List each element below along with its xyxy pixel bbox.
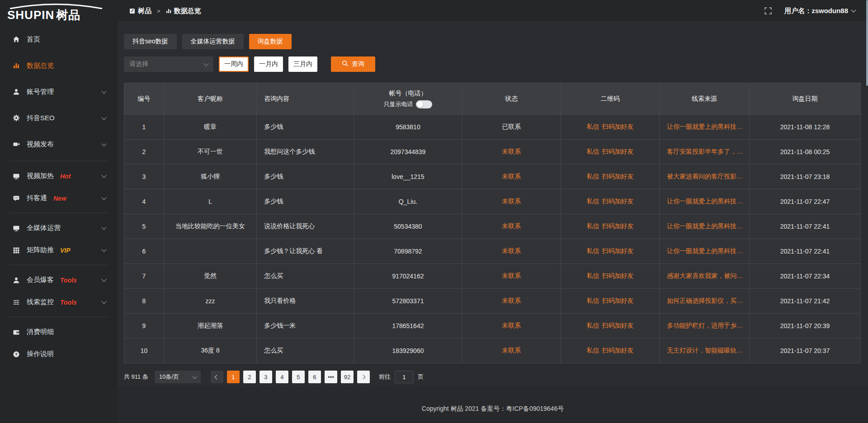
cell-source[interactable]: 客厅安装投影半年多了，真实... bbox=[660, 140, 750, 164]
sidebar-item-label: 首页 bbox=[27, 35, 40, 44]
scan-add-friend-link[interactable]: 扫码加好友 bbox=[602, 173, 634, 180]
chevron-down-icon bbox=[101, 141, 106, 146]
scrollbar-thumb[interactable] bbox=[866, 0, 868, 86]
cell-id: 10 bbox=[124, 338, 164, 363]
scan-add-friend-link[interactable]: 扫码加好友 bbox=[602, 297, 634, 304]
private-message-link[interactable]: 私信 bbox=[587, 148, 599, 155]
cell-status: 未联系 bbox=[462, 214, 561, 239]
sidebar-item-lead-monitoring[interactable]: 线索监控 Tools bbox=[0, 291, 118, 313]
breadcrumb-root[interactable]: 树品 bbox=[138, 7, 151, 15]
page-button-1[interactable]: 1 bbox=[227, 371, 240, 383]
sidebar-item-spending-details[interactable]: 消费明细 bbox=[0, 321, 118, 343]
cell-date: 2021-11-07 20:39 bbox=[749, 314, 860, 338]
cell-nickname: 当地比较能吃的一位美女 bbox=[164, 214, 256, 239]
username-text: 用户名：zswodun88 bbox=[784, 7, 848, 15]
tab-inquiry-data[interactable]: 询盘数据 bbox=[249, 34, 292, 49]
page-button-2[interactable]: 2 bbox=[243, 371, 256, 383]
scrollbar[interactable] bbox=[866, 0, 868, 423]
table-row: 1 暖章 多少钱 9583810 已联系 私信扫码加好友 让你一眼就爱上的黑科技… bbox=[124, 115, 861, 140]
private-message-link[interactable]: 私信 bbox=[587, 222, 599, 230]
col-id: 编号 bbox=[124, 83, 164, 115]
private-message-link[interactable]: 私信 bbox=[587, 247, 599, 254]
chevron-down-icon bbox=[101, 299, 106, 304]
cell-source[interactable]: 无主灯设计，智能磁吸轨道灯... bbox=[660, 338, 750, 363]
page-button-6[interactable]: 6 bbox=[308, 371, 321, 383]
page-button-5[interactable]: 5 bbox=[292, 371, 305, 383]
app: SHUPIN树品 首页 数据总览 账号管理 抖音SEO bbox=[0, 0, 868, 423]
cell-qrcode: 私信扫码加好友 bbox=[561, 264, 659, 289]
cell-status: 未联系 bbox=[462, 289, 561, 314]
page-size-select[interactable]: 10条/页 bbox=[155, 371, 201, 383]
topbar: 树品 > 数据总览 用户名：zswodun88 bbox=[118, 0, 868, 22]
cell-source[interactable]: 多功能护栏灯，适用于乡村文... bbox=[660, 314, 750, 338]
table-row: 2 不可一世 我想问这个多少钱 2097344839 未联系 私信扫码加好友 客… bbox=[124, 140, 861, 164]
scan-add-friend-link[interactable]: 扫码加好友 bbox=[602, 322, 634, 329]
range-one-week-button[interactable]: 一周内 bbox=[219, 56, 249, 72]
private-message-link[interactable]: 私信 bbox=[587, 272, 599, 279]
page-button-92[interactable]: 92 bbox=[341, 371, 354, 383]
tab-douyin-seo-data[interactable]: 抖音seo数据 bbox=[124, 34, 177, 49]
range-one-month-button[interactable]: 一月内 bbox=[254, 56, 283, 72]
pagination: 共 911 条 10条/页 1 2 3 4 5 6 ••• 92 前往 页 bbox=[124, 371, 861, 383]
private-message-link[interactable]: 私信 bbox=[587, 347, 599, 354]
sidebar-item-video-publish[interactable]: 视频发布 bbox=[0, 131, 118, 157]
cell-status: 未联系 bbox=[462, 164, 561, 189]
tab-omnimedia-data[interactable]: 全媒体运营数据 bbox=[182, 34, 244, 49]
sidebar-item-member-baoke[interactable]: 会员爆客 Tools bbox=[0, 269, 118, 291]
scan-add-friend-link[interactable]: 扫码加好友 bbox=[602, 123, 634, 130]
page-button-3[interactable]: 3 bbox=[259, 371, 272, 383]
sidebar-item-label: 矩阵助推 bbox=[27, 246, 54, 254]
account-select[interactable]: 请选择 bbox=[124, 56, 213, 72]
cell-source[interactable]: 感谢大家喜欢我家，被问了好... bbox=[660, 264, 750, 289]
private-message-link[interactable]: 私信 bbox=[587, 297, 599, 304]
fullscreen-icon[interactable] bbox=[764, 7, 772, 14]
sidebar-item-matrix-boost[interactable]: 矩阵助推 VIP bbox=[0, 239, 118, 261]
scan-add-friend-link[interactable]: 扫码加好友 bbox=[602, 197, 634, 205]
sidebar-item-account-management[interactable]: 账号管理 bbox=[0, 79, 118, 105]
sidebar-item-instructions[interactable]: ? 操作说明 bbox=[0, 343, 118, 365]
cell-id: 2 bbox=[124, 140, 164, 164]
private-message-link[interactable]: 私信 bbox=[587, 173, 599, 180]
private-message-link[interactable]: 私信 bbox=[587, 197, 599, 205]
col-content: 咨询内容 bbox=[257, 83, 354, 115]
range-three-months-button[interactable]: 三月内 bbox=[288, 56, 317, 72]
cell-source[interactable]: 被大家追着问的客厅投影分享... bbox=[660, 164, 750, 189]
scan-add-friend-link[interactable]: 扫码加好友 bbox=[602, 247, 634, 254]
sidebar-item-douyin-seo[interactable]: 抖音SEO bbox=[0, 105, 118, 131]
sidebar-item-douketong[interactable]: 抖客通 New bbox=[0, 187, 118, 209]
phone-only-toggle[interactable] bbox=[416, 100, 432, 108]
search-button[interactable]: 查询 bbox=[331, 56, 375, 72]
table-row: 5 当地比较能吃的一位美女 说说价格让我死心 50534380 未联系 私信扫码… bbox=[124, 214, 861, 239]
cell-nickname bbox=[164, 239, 256, 264]
prev-page-button[interactable] bbox=[211, 371, 223, 383]
scan-add-friend-link[interactable]: 扫码加好友 bbox=[602, 222, 634, 230]
cell-source[interactable]: 让你一眼就爱上的黑科技，能... bbox=[660, 115, 750, 140]
sidebar-item-home[interactable]: 首页 bbox=[0, 26, 118, 52]
scan-add-friend-link[interactable]: 扫码加好友 bbox=[602, 148, 634, 155]
next-page-button[interactable] bbox=[357, 371, 370, 383]
page-button-4[interactable]: 4 bbox=[276, 371, 288, 383]
sidebar-item-data-overview[interactable]: 数据总览 bbox=[0, 52, 118, 79]
cell-qrcode: 私信扫码加好友 bbox=[561, 314, 659, 338]
cell-status: 未联系 bbox=[462, 189, 561, 214]
private-message-link[interactable]: 私信 bbox=[587, 123, 599, 130]
cell-content: 怎么买 bbox=[257, 264, 354, 289]
cell-source[interactable]: 让你一眼就爱上的黑科技，能... bbox=[660, 189, 750, 214]
cell-source[interactable]: 如何正确选择投影仪，买投影... bbox=[660, 289, 750, 314]
search-icon bbox=[342, 60, 349, 68]
question-icon: ? bbox=[13, 351, 20, 358]
private-message-link[interactable]: 私信 bbox=[587, 322, 599, 329]
scan-add-friend-link[interactable]: 扫码加好友 bbox=[602, 272, 634, 279]
sidebar-item-label: 视频发布 bbox=[27, 140, 54, 149]
user-menu[interactable]: 用户名：zswodun88 bbox=[784, 7, 855, 15]
cell-source[interactable]: 让你一眼就爱上的黑科技，能... bbox=[660, 239, 750, 264]
scan-add-friend-link[interactable]: 扫码加好友 bbox=[602, 347, 634, 354]
sidebar-item-omnimedia-operation[interactable]: 全媒体运营 bbox=[0, 217, 118, 239]
sidebar-item-video-heating[interactable]: 视频加热 Hot bbox=[0, 165, 118, 187]
goto-page-input[interactable] bbox=[395, 371, 414, 383]
sidebar-item-label: 数据总览 bbox=[27, 61, 54, 70]
more-pages-button[interactable]: ••• bbox=[325, 371, 337, 383]
cell-account: 917024162 bbox=[354, 264, 462, 289]
divider bbox=[9, 161, 108, 161]
cell-source[interactable]: 让你一眼就爱上的黑科技，能... bbox=[660, 214, 750, 239]
